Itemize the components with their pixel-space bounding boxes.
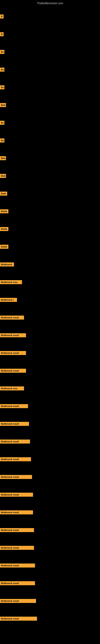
bar-label: Bottleneck result (0, 404, 28, 408)
bar-row: Bott (0, 96, 100, 114)
bar-label: Bottleneck result (0, 475, 32, 479)
bar-label: Bo (0, 85, 4, 89)
bar-label: Bottle (0, 245, 8, 249)
bar-label: Bottleneck result (0, 546, 34, 550)
bar-label: B (0, 32, 3, 36)
bar-row: Bottleneck result (0, 326, 100, 344)
bar-row: Bottleneck result (0, 557, 100, 574)
bars-container: BBBoBoBoBottBoBoBottBottBottlBottleBottl… (0, 6, 100, 628)
bar-row: Bottleneck result (0, 610, 100, 628)
bar-row: Bott (0, 167, 100, 185)
bar-row: Bottleneck result (0, 433, 100, 450)
bar-row: Bottleneck r (0, 291, 100, 309)
bar-label: Bottleneck result (0, 581, 35, 585)
bar-label: Bottle (0, 227, 8, 231)
bar-label: Bottleneck result (0, 493, 33, 497)
bar-label: Bottleneck result (0, 316, 24, 320)
bar-row: Bottl (0, 185, 100, 202)
bar-row: Bottleneck result (0, 344, 100, 362)
bar-label: Bottleneck result (0, 599, 36, 603)
bar-row: Bottleneck result (0, 539, 100, 557)
bar-row: Bottleneck result (0, 521, 100, 539)
bar-row: Bo (0, 43, 100, 61)
bar-label: Bottl (0, 192, 7, 196)
bar-row: Bottleneck result (0, 574, 100, 592)
bar-row: Bo (0, 132, 100, 149)
bar-label: Bottleneck resu (0, 386, 24, 390)
bar-row: Bott (0, 149, 100, 167)
bar-label: Bottleneck (0, 262, 14, 266)
bar-label: Bottleneck result (0, 528, 34, 532)
bar-row: Bottle (0, 220, 100, 238)
bar-row: Bottleneck result (0, 415, 100, 433)
bar-label: Bo (0, 50, 4, 54)
bar-label: Bottleneck result (0, 564, 35, 568)
bar-row: Bottleneck resu (0, 380, 100, 397)
bar-label: Bottleneck result (0, 617, 37, 621)
bar-row: B (0, 8, 100, 25)
bar-row: Bottleneck result (0, 504, 100, 521)
bar-row: Bottleneck resu (0, 273, 100, 291)
bar-row: Bottleneck (0, 256, 100, 273)
bar-row: Bottleneck result (0, 450, 100, 468)
bar-label: Bottleneck result (0, 422, 29, 426)
bar-label: Bottleneck result (0, 510, 33, 514)
bar-row: Bottleneck result (0, 592, 100, 610)
bar-label: Bottleneck r (0, 298, 17, 302)
bar-label: Bottleneck result (0, 333, 26, 337)
bar-label: Bo (0, 68, 4, 72)
bar-row: Bottleneck result (0, 362, 100, 380)
bar-row: Bottleneck result (0, 486, 100, 504)
bar-label: Bottleneck result (0, 440, 30, 444)
bar-label: Bottleneck resu (0, 280, 22, 284)
bar-row: Bo (0, 114, 100, 132)
bar-row: Bottleneck result (0, 309, 100, 326)
bar-row: Bottleneck result (0, 468, 100, 486)
bar-label: Bo (0, 138, 4, 142)
bar-row: Bottle (0, 238, 100, 256)
bar-label: Bo (0, 121, 4, 125)
bar-label: Bott (0, 103, 6, 107)
site-title: TheBottlenecker.com (0, 0, 100, 6)
bar-label: Bott (0, 156, 6, 160)
bar-row: B (0, 25, 100, 43)
bar-label: Bott (0, 174, 6, 178)
bar-label: Bottle (0, 209, 8, 213)
bar-row: Bottleneck result (0, 397, 100, 415)
bar-label: B (0, 14, 3, 18)
bar-row: Bottle (0, 202, 100, 220)
bar-row: Bo (0, 61, 100, 78)
bar-label: Bottleneck result (0, 351, 26, 355)
bar-label: Bottleneck result (0, 457, 31, 461)
bar-row: Bo (0, 78, 100, 96)
bar-label: Bottleneck result (0, 369, 26, 373)
